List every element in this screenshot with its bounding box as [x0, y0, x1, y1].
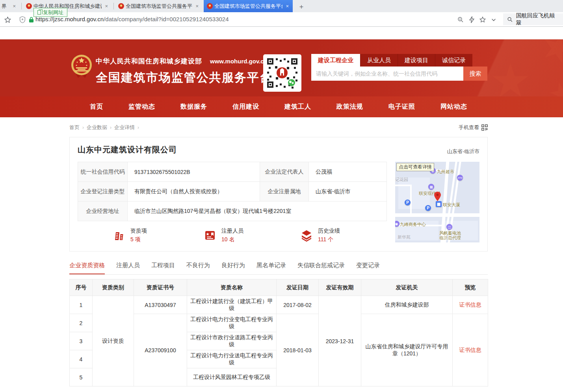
stat-registered-personnel[interactable]: 注册人员 10 名 — [203, 227, 243, 243]
nav-item-e-license[interactable]: 电子证照 — [388, 103, 415, 111]
copy-url-tooltip: 复制网址 — [33, 8, 67, 17]
browser-tab-jzsc[interactable]: 全国建筑市场监管公共服务平台 × — [115, 0, 203, 12]
tab-title: 全国建筑市场监管公共服务平台 — [126, 3, 192, 10]
stat-qualifications[interactable]: 资质项 5 项 — [112, 227, 147, 243]
hot-search-box[interactable]: 国航回应飞机颠簸 — [503, 13, 563, 25]
location-pin-icon — [434, 192, 441, 201]
breadcrumb-home[interactable]: 首页 — [69, 124, 80, 131]
copy-url-tooltip-label: 复制网址 — [43, 9, 63, 16]
keyword-search-input[interactable] — [311, 67, 463, 81]
col-header-no: 序号 — [70, 279, 93, 296]
nav-item-policy[interactable]: 政策法规 — [336, 103, 363, 111]
company-info-table: 统一社会信用代码 91371302675501022B 企业法定代表人 公茂福 … — [78, 162, 387, 221]
col-header-preview: 预览 — [453, 279, 488, 296]
stat-historical-performance[interactable]: 历史业绩 111 个 — [300, 227, 340, 243]
nav-item-home[interactable]: 首页 — [90, 103, 103, 111]
url-path: /data/company/detail?id=0021052912405330… — [104, 16, 229, 22]
stat-value: 5 项 — [130, 236, 147, 243]
browser-tab-partial[interactable]: 界 × — [0, 0, 20, 12]
stat-value: 10 名 — [221, 236, 243, 243]
company-name: 山东中元建筑设计有限公司 — [78, 144, 479, 155]
cell-authority: 住房和城乡建设部 — [361, 296, 453, 314]
tab-close-icon[interactable]: × — [195, 3, 199, 9]
tab-title: 界 — [2, 3, 9, 10]
main-content: 首页› 企业数据› 企业详情› 手机查看 山东中元建筑设计有限公司 山东省-临沂… — [69, 124, 488, 386]
location-map[interactable]: 点击可查看详情 ◉ 九州超市 ATM 记花园 ▦ 联安现代城 ▦ 联安大厦 P … — [395, 162, 479, 242]
search-tab-personnel[interactable]: 从业人员 — [360, 54, 398, 67]
tab-registered-personnel[interactable]: 注册人员 — [116, 262, 140, 274]
tab-engineering-projects[interactable]: 工程项目 — [151, 262, 175, 274]
primary-nav: 首页 监管动态 数据服务 信用建设 建筑工人 政策法规 电子证照 网站动态 — [0, 96, 563, 117]
mobile-view-link[interactable]: 手机查看 — [459, 124, 488, 131]
new-tab-button[interactable]: ＋ — [296, 2, 307, 11]
lightning-icon[interactable] — [467, 15, 476, 24]
browser-tab-active[interactable]: 全国建筑市场监管公共服务平台 × — [204, 0, 293, 12]
bookmark-star-icon[interactable] — [3, 15, 12, 24]
cell-issue-date: 2017-08-02 — [277, 296, 319, 314]
nav-item-supervision[interactable]: 监管动态 — [128, 103, 155, 111]
search-tab-project[interactable]: 建设项目 — [398, 54, 435, 67]
breadcrumb-company-data[interactable]: 企业数据 — [87, 124, 107, 131]
map-poi-garden: 记花园 — [395, 177, 408, 183]
detail-tabs: 企业资质资格 注册人员 工程项目 不良行为 良好行为 黑名单记录 失信联合惩戒记… — [69, 262, 488, 275]
col-header-authority: 发证机关 — [361, 279, 453, 296]
cell-no: 2 — [70, 314, 93, 332]
site-header: 中华人民共和国住房和城乡建设部 www.mohurd.gov.cn 全国建筑市场… — [0, 39, 563, 96]
search-tab-enterprise[interactable]: 建设工程企业 — [311, 54, 360, 67]
stat-value: 111 个 — [318, 236, 340, 243]
breadcrumb: 首页› 企业数据› 企业详情› — [69, 124, 139, 131]
header-qr-code — [263, 54, 301, 92]
nav-item-workers[interactable]: 建筑工人 — [284, 103, 311, 111]
cell-no: 1 — [70, 296, 93, 314]
ministry-name: 中华人民共和国住房和城乡建设部 — [96, 57, 202, 66]
favorite-star-icon[interactable] — [478, 15, 487, 24]
parking-marker-icon: P — [425, 205, 431, 211]
browser-tab-strip: 界 × 中华人民共和国住房和城乡建设 × 全国建筑市场监管公共服务平台 × 全国… — [0, 0, 563, 12]
tab-blacklist-records[interactable]: 黑名单记录 — [256, 262, 286, 274]
col-header-category: 资质类别 — [93, 279, 134, 296]
nav-item-credit[interactable]: 信用建设 — [232, 103, 259, 111]
tab-close-icon[interactable]: × — [104, 3, 109, 9]
info-label: 企业登记注册类型 — [78, 182, 128, 202]
tab-bad-behavior[interactable]: 不良行为 — [186, 262, 210, 274]
info-label: 企业经营地址 — [78, 202, 128, 221]
tab-change-records[interactable]: 变更记录 — [356, 262, 380, 274]
col-header-validity: 发证有效期 — [319, 279, 361, 296]
header-search-widget: 建设工程企业 从业人员 建设项目 诚信记录 搜索 — [311, 54, 487, 81]
cell-validity: 2023-12-31 — [319, 296, 361, 386]
chevron-down-icon[interactable] — [489, 15, 498, 24]
search-tab-credit[interactable]: 诚信记录 — [435, 54, 472, 67]
stat-label: 历史业绩 — [318, 227, 340, 235]
certificate-icon — [203, 229, 217, 242]
tab-close-icon[interactable]: × — [12, 3, 17, 9]
cell-name: 工程设计电力行业变电工程专业丙级 — [187, 314, 277, 332]
certificate-info-link[interactable]: 证书信息 — [459, 301, 481, 308]
tab-dishonesty-records[interactable]: 失信联合惩戒记录 — [297, 262, 345, 274]
atm-marker-icon: ATM — [457, 175, 463, 181]
spacer — [0, 27, 563, 39]
parking-marker-icon: P — [405, 200, 411, 205]
cell-cert-no: A137030497 — [134, 296, 187, 314]
ministry-url: www.mohurd.gov.cn — [210, 58, 268, 65]
col-header-name: 资质名称 — [187, 279, 277, 296]
tab-good-behavior[interactable]: 良好行为 — [221, 262, 245, 274]
shield-permission-icon[interactable] — [18, 15, 27, 24]
mobile-view-label: 手机查看 — [459, 124, 479, 131]
nav-item-data-service[interactable]: 数据服务 — [180, 103, 207, 111]
battery-marker-icon: ◫ — [446, 224, 452, 230]
info-label: 统一社会信用代码 — [78, 162, 128, 182]
site-brand: 中华人民共和国住房和城乡建设部 www.mohurd.gov.cn 全国建筑市场… — [96, 57, 272, 86]
zoom-out-icon[interactable] — [456, 15, 465, 24]
qr-code-icon — [481, 124, 488, 131]
search-button[interactable]: 搜索 — [463, 67, 487, 81]
info-label: 企业法定代表人 — [260, 162, 309, 182]
tab-enterprise-qualification[interactable]: 企业资质资格 — [69, 262, 105, 274]
tab-close-icon[interactable]: × — [285, 3, 290, 9]
certificate-info-link[interactable]: 证书信息 — [459, 347, 481, 353]
registration-type-value: 有限责任公司（自然人投资或控股） — [128, 182, 260, 202]
breadcrumb-company-detail[interactable]: 企业详情 — [114, 124, 135, 131]
building-icon — [112, 229, 126, 242]
cell-no: 5 — [70, 368, 93, 386]
nav-item-site-news[interactable]: 网站动态 — [440, 103, 467, 111]
national-emblem-icon — [71, 54, 92, 80]
